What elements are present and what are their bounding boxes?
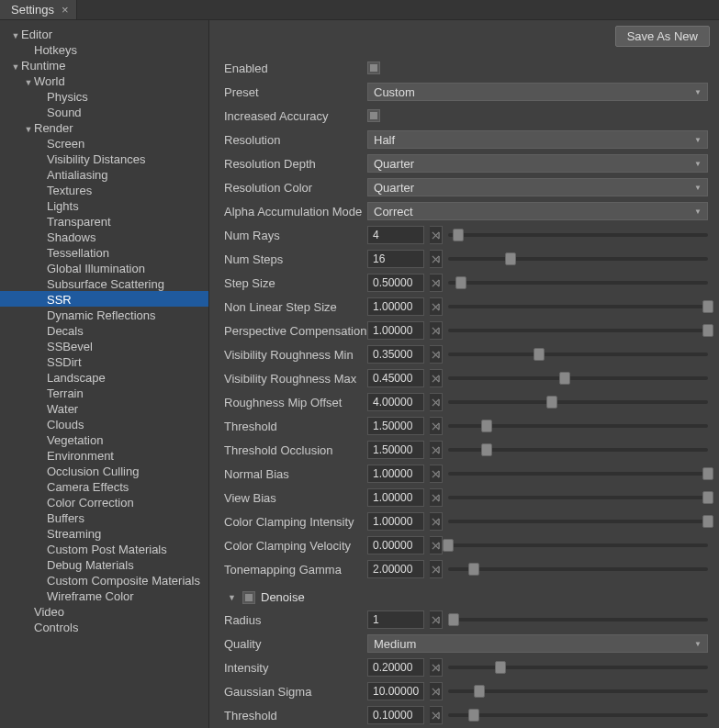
tree-item-antialiasing[interactable]: Antialiasing <box>0 166 208 182</box>
perspective-comp-slider[interactable] <box>448 321 708 340</box>
tree-item-debug-materials[interactable]: Debug Materials <box>0 556 208 572</box>
color-clamp-intensity-slider[interactable] <box>448 512 708 531</box>
roughness-mip-reset-button[interactable] <box>430 393 443 411</box>
tree-item-streaming[interactable]: Streaming <box>0 525 208 541</box>
color-clamp-velocity-input[interactable]: 0.00000 <box>367 536 424 554</box>
tree-item-landscape[interactable]: Landscape <box>0 369 208 385</box>
view-bias-reset-button[interactable] <box>430 488 443 507</box>
normal-bias-input[interactable]: 1.00000 <box>367 465 424 483</box>
denoise-gsigma-slider[interactable] <box>448 682 708 700</box>
preset-dropdown[interactable]: Custom▼ <box>367 83 708 101</box>
tree-item-terrain[interactable]: Terrain <box>0 385 208 400</box>
vis-rough-max-input[interactable]: 0.45000 <box>367 369 424 387</box>
resolution-dropdown[interactable]: Half▼ <box>367 130 708 149</box>
num-steps-input[interactable]: 16 <box>367 250 424 268</box>
denoise-radius-input[interactable]: 1 <box>367 610 424 629</box>
tree-item-custom-post-materials[interactable]: Custom Post Materials <box>0 541 208 556</box>
tree-item-textures[interactable]: Textures <box>0 182 208 197</box>
color-clamp-intensity-reset-button[interactable] <box>430 512 443 531</box>
denoise-radius-slider[interactable] <box>448 610 708 629</box>
tree-item-ssr[interactable]: SSR <box>0 291 208 307</box>
denoise-intensity-input[interactable]: 0.20000 <box>367 658 424 677</box>
color-clamp-velocity-slider[interactable] <box>448 536 708 554</box>
tree-item-dynamic-reflections[interactable]: Dynamic Reflections <box>0 307 208 322</box>
tree-item-editor[interactable]: ▼Editor <box>0 26 208 41</box>
tree-item-global-illumination[interactable]: Global Illumination <box>0 260 208 275</box>
denoise-intensity-slider[interactable] <box>448 658 708 677</box>
vis-rough-max-slider[interactable] <box>448 369 708 387</box>
threshold-occ-slider[interactable] <box>448 441 708 459</box>
increased-accuracy-checkbox[interactable] <box>367 109 380 122</box>
roughness-mip-input[interactable]: 4.00000 <box>367 393 424 411</box>
non-linear-step-reset-button[interactable] <box>430 297 443 316</box>
threshold-occ-input[interactable]: 1.50000 <box>367 441 424 459</box>
tree-item-environment[interactable]: Environment <box>0 447 208 463</box>
tree-item-buffers[interactable]: Buffers <box>0 510 208 525</box>
tree-item-clouds[interactable]: Clouds <box>0 416 208 431</box>
threshold-occ-reset-button[interactable] <box>430 441 443 459</box>
tree-item-video[interactable]: Video <box>0 603 208 619</box>
denoise-radius-reset-button[interactable] <box>430 610 443 629</box>
close-icon[interactable]: × <box>62 3 69 17</box>
step-size-input[interactable]: 0.50000 <box>367 274 424 292</box>
step-size-reset-button[interactable] <box>430 274 443 292</box>
tree-item-hotkeys[interactable]: Hotkeys <box>0 41 208 57</box>
tree-item-custom-composite-materials[interactable]: Custom Composite Materials <box>0 572 208 588</box>
normal-bias-slider[interactable] <box>448 465 708 483</box>
num-rays-reset-button[interactable] <box>430 226 443 244</box>
tree-item-ssbevel[interactable]: SSBevel <box>0 338 208 353</box>
denoise-quality-dropdown[interactable]: Medium▼ <box>367 634 708 653</box>
tree-item-tessellation[interactable]: Tessellation <box>0 244 208 260</box>
tree-item-color-correction[interactable]: Color Correction <box>0 494 208 510</box>
roughness-mip-slider[interactable] <box>448 393 708 411</box>
denoise-checkbox[interactable] <box>242 591 255 604</box>
tree-item-transparent[interactable]: Transparent <box>0 213 208 229</box>
denoise-threshold-slider[interactable] <box>448 706 708 724</box>
step-size-slider[interactable] <box>448 274 708 292</box>
tree-item-subsurface-scattering[interactable]: Subsurface Scattering <box>0 275 208 291</box>
tree-item-runtime[interactable]: ▼Runtime <box>0 57 208 73</box>
tree-item-controls[interactable]: Controls <box>0 619 208 634</box>
view-bias-input[interactable]: 1.00000 <box>367 488 424 507</box>
resolution-color-dropdown[interactable]: Quarter▼ <box>367 178 708 196</box>
non-linear-step-input[interactable]: 1.00000 <box>367 297 424 316</box>
denoise-gsigma-reset-button[interactable] <box>430 682 443 700</box>
tree-item-lights[interactable]: Lights <box>0 197 208 213</box>
denoise-section-header[interactable]: ▼Denoise <box>220 581 708 608</box>
vis-rough-min-slider[interactable] <box>448 345 708 364</box>
threshold-reset-button[interactable] <box>430 417 443 435</box>
num-steps-slider[interactable] <box>448 250 708 268</box>
enabled-checkbox[interactable] <box>367 62 380 74</box>
perspective-comp-input[interactable]: 1.00000 <box>367 321 424 340</box>
num-steps-reset-button[interactable] <box>430 250 443 268</box>
color-clamp-intensity-input[interactable]: 1.00000 <box>367 512 424 531</box>
vis-rough-min-reset-button[interactable] <box>430 345 443 364</box>
tree-item-render[interactable]: ▼Render <box>0 119 208 135</box>
denoise-threshold-input[interactable]: 0.10000 <box>367 706 424 724</box>
num-rays-input[interactable]: 4 <box>367 226 424 244</box>
tonemapping-gamma-slider[interactable] <box>448 560 708 578</box>
save-as-new-button[interactable]: Save As New <box>615 26 710 47</box>
tree-item-ssdirt[interactable]: SSDirt <box>0 353 208 369</box>
threshold-slider[interactable] <box>448 417 708 435</box>
non-linear-step-slider[interactable] <box>448 297 708 316</box>
tree-item-vegetation[interactable]: Vegetation <box>0 431 208 447</box>
tree-item-water[interactable]: Water <box>0 400 208 416</box>
tree-item-sound[interactable]: Sound <box>0 104 208 119</box>
tree-item-occlusion-culling[interactable]: Occlusion Culling <box>0 463 208 478</box>
alpha-accum-dropdown[interactable]: Correct▼ <box>367 202 708 220</box>
tonemapping-gamma-input[interactable]: 2.00000 <box>367 560 424 578</box>
tab-settings[interactable]: Settings × <box>0 0 77 19</box>
perspective-comp-reset-button[interactable] <box>430 321 443 340</box>
threshold-input[interactable]: 1.50000 <box>367 417 424 435</box>
tree-item-shadows[interactable]: Shadows <box>0 229 208 244</box>
resolution-depth-dropdown[interactable]: Quarter▼ <box>367 154 708 173</box>
tree-item-wireframe-color[interactable]: Wireframe Color <box>0 588 208 603</box>
view-bias-slider[interactable] <box>448 488 708 507</box>
tree-item-camera-effects[interactable]: Camera Effects <box>0 478 208 494</box>
tree-item-world[interactable]: ▼World <box>0 73 208 88</box>
normal-bias-reset-button[interactable] <box>430 465 443 483</box>
tonemapping-gamma-reset-button[interactable] <box>430 560 443 578</box>
denoise-gsigma-input[interactable]: 10.00000 <box>367 682 424 700</box>
denoise-intensity-reset-button[interactable] <box>430 658 443 677</box>
